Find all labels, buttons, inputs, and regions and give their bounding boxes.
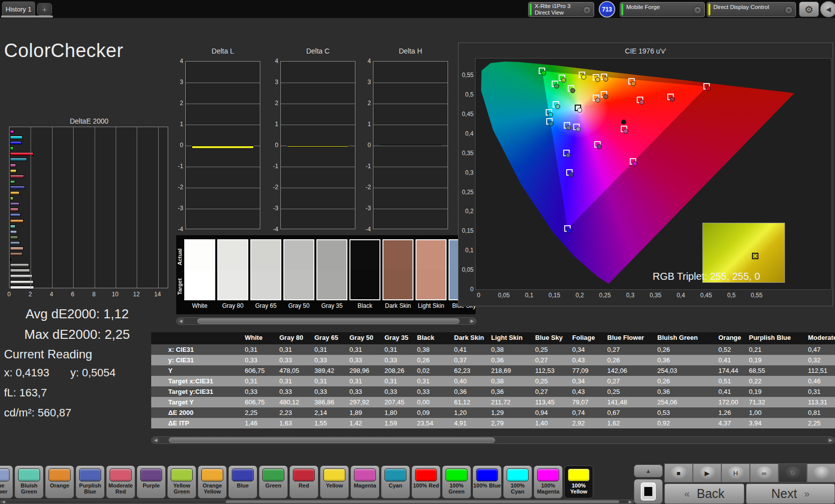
swatch-scrollbar[interactable]: ◀ ▶	[176, 317, 477, 325]
patch-button-green[interactable]: Green	[259, 465, 288, 498]
table-cell: 1,29	[490, 407, 534, 418]
table-column-header: Gray 50	[348, 332, 383, 344]
table-cell: 0,31	[383, 376, 416, 386]
table-column-header: Purplish Blue	[748, 332, 807, 344]
transport-blank-button[interactable]	[807, 463, 835, 482]
patch-button-yellow[interactable]: Yellow	[320, 465, 349, 498]
patch-label: 100% Magenta	[534, 482, 562, 494]
table-row-label: Target x:CIE31	[151, 376, 244, 386]
chevron-down-icon[interactable]: ▼	[693, 6, 702, 15]
y-tick-label: 1	[170, 121, 183, 128]
deltae-bar	[10, 130, 14, 134]
page-title: ColorChecker	[4, 40, 123, 62]
patch-button-100-blue[interactable]: 100% Blue	[473, 465, 502, 498]
transport-refresh-icon[interactable]: ↻	[778, 463, 807, 482]
patch-color-chip	[171, 468, 193, 481]
color-swatch	[217, 239, 248, 300]
table-cell: 0,25	[534, 376, 571, 386]
gridline	[31, 127, 31, 288]
collapse-panel-icon[interactable]: ◀	[820, 1, 835, 18]
next-button[interactable]: Next »	[746, 483, 835, 504]
scroll-right-icon[interactable]: ▶	[627, 500, 633, 503]
scroll-left-icon[interactable]: ◀	[177, 318, 184, 324]
patch-button-cyan[interactable]: Cyan	[381, 465, 410, 498]
display-control-selector[interactable]: Direct Display Control ▼	[707, 2, 796, 17]
y-tick-label: -3	[265, 205, 278, 212]
patch-button-blue-flower[interactable]: Blue Flower	[0, 465, 13, 498]
table-column-header: Dark Skin	[453, 332, 490, 344]
patch-button-moderate-red[interactable]: Moderate Red	[106, 465, 135, 498]
add-tab-button[interactable]: +	[37, 3, 52, 16]
table-cell: 0,25	[534, 344, 571, 355]
deltae-bar	[10, 158, 27, 161]
y-tick-label: -1	[265, 163, 278, 170]
transport-end-icon[interactable]: H	[721, 463, 750, 482]
scroll-left-icon[interactable]: ◀	[1, 500, 7, 503]
transport-loop-infinite-icon[interactable]: ∞	[750, 463, 778, 482]
patch-button-red[interactable]: Red	[289, 465, 318, 498]
x-tick-label: 0,25	[595, 292, 615, 299]
pattern-window-button[interactable]	[634, 479, 663, 504]
patch-button-100-green[interactable]: 100% Green	[442, 465, 471, 498]
refresh-icon: ↻	[784, 466, 801, 479]
patch-button-100-cyan[interactable]: 100% Cyan	[503, 465, 532, 498]
patch-color-chip	[262, 468, 284, 481]
table-cell: 0,67	[606, 407, 656, 418]
delta-chart	[373, 61, 448, 229]
scroll-right-icon[interactable]: ▶	[469, 318, 476, 324]
table-cell: 208,26	[383, 365, 416, 376]
gear-icon[interactable]: ⚙	[799, 2, 819, 17]
scroll-left-icon[interactable]: ◀	[152, 437, 159, 443]
patch-button-100-yellow[interactable]: 100% Yellow	[564, 465, 593, 498]
transport-play-icon[interactable]: ▶	[693, 463, 721, 482]
table-cell: 0,41	[717, 355, 748, 365]
table-row-label: y: CIE31	[151, 355, 244, 365]
pattern-source-selector[interactable]: Mobile Forge ▼	[620, 2, 705, 17]
swatch-scrollbar-thumb[interactable]	[197, 318, 460, 324]
patch-button-blue[interactable]: Blue	[228, 465, 257, 498]
patch-button-purple[interactable]: Purple	[137, 465, 166, 498]
table-cell: 0,33	[383, 386, 416, 397]
table-scrollbar-thumb[interactable]	[169, 437, 495, 443]
table-cell: 0,31	[278, 344, 313, 355]
patch-button-100-magenta[interactable]: 100% Magenta	[534, 465, 563, 498]
chevron-down-icon[interactable]: ▼	[583, 6, 591, 15]
table-scrollbar[interactable]: ◀ ▶	[151, 436, 835, 444]
patch-strip-up-button[interactable]: ▲	[634, 464, 663, 477]
back-button[interactable]: « Back	[664, 483, 744, 504]
patch-button-magenta[interactable]: Magenta	[350, 465, 379, 498]
patch-color-chip	[0, 468, 10, 481]
y-tick-label: -2	[358, 184, 371, 191]
gridline	[373, 167, 448, 167]
patch-button-bluish-green[interactable]: Bluish Green	[15, 465, 44, 498]
patch-label: 100% Blue	[473, 482, 501, 488]
avg-de2000: Avg dE2000: 1,12	[4, 306, 150, 322]
patch-label: Yellow Green	[168, 482, 196, 494]
patch-button-orange-yellow[interactable]: Orange Yellow	[198, 465, 227, 498]
y-tick-label: -4	[265, 226, 278, 233]
patch-button-100-red[interactable]: 100% Red	[411, 465, 441, 498]
table-cell: 0,27	[606, 376, 656, 386]
patch-scrollbar-thumb[interactable]	[226, 500, 619, 503]
patch-button-yellow-green[interactable]: Yellow Green	[167, 465, 196, 498]
table-cell: 0,74	[571, 407, 606, 418]
meter-selector[interactable]: X-Rite i1Pro 3 Direct View ▼	[528, 2, 594, 17]
transport-stop-icon[interactable]: ■	[664, 463, 693, 482]
y-tick-label: -3	[358, 205, 371, 212]
table-cell: 113,31	[807, 397, 835, 407]
gridline	[373, 209, 448, 209]
chevron-down-icon[interactable]: ▼	[784, 6, 793, 15]
patch-button-purplish-blue[interactable]: Purplish Blue	[76, 465, 105, 498]
tab-history-1[interactable]: History 1	[2, 2, 35, 16]
scroll-right-icon[interactable]: ▶	[827, 437, 834, 443]
table-cell: 218,69	[490, 365, 534, 376]
gridline	[186, 125, 260, 125]
patch-strip-scrollbar[interactable]: ◀ ▶	[0, 499, 634, 504]
table-cell: 0,41	[717, 386, 748, 397]
x-tick-label: 10	[108, 291, 123, 298]
patch-button-orange[interactable]: Orange	[45, 465, 74, 498]
swatch-target	[284, 270, 313, 299]
deltae-bar	[10, 213, 21, 217]
table-cell: 1,55	[313, 418, 348, 428]
table-cell: 389,42	[313, 365, 348, 376]
